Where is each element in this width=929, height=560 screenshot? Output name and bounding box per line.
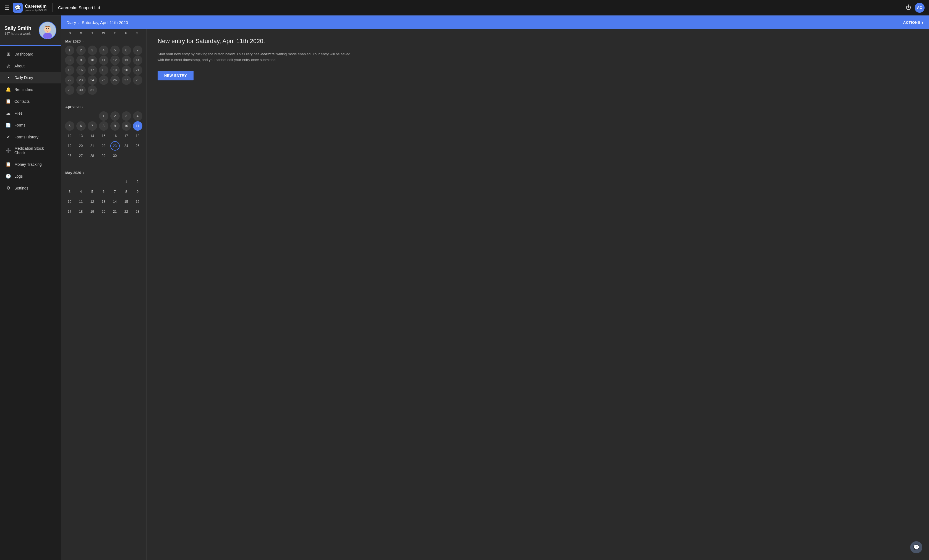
calendar-day[interactable]: 18 — [76, 207, 86, 216]
sidebar-item-about[interactable]: ◎ About — [0, 60, 61, 72]
calendar-day[interactable]: 19 — [87, 207, 97, 216]
calendar-day[interactable]: 15 — [99, 131, 108, 141]
calendar-day[interactable]: 5 — [87, 187, 97, 196]
calendar-day[interactable]: 26 — [110, 75, 120, 85]
calendar-day[interactable]: 14 — [133, 55, 143, 65]
calendar-day[interactable]: 3 — [122, 111, 131, 121]
calendar-day[interactable]: 18 — [99, 66, 108, 75]
calendar-day[interactable]: 28 — [87, 151, 97, 161]
calendar-day[interactable]: 1 — [122, 177, 131, 187]
sidebar-item-money[interactable]: 📋 Money Tracking — [0, 158, 61, 170]
calendar-day[interactable]: 17 — [87, 66, 97, 75]
calendar-day[interactable]: 3 — [87, 46, 97, 55]
calendar-day[interactable]: 2 — [110, 111, 120, 121]
calendar-day[interactable]: 30 — [110, 151, 120, 161]
calendar-day[interactable]: 27 — [122, 75, 131, 85]
calendar-day[interactable]: 15 — [65, 66, 74, 75]
sidebar-item-reminders[interactable]: 🔔 Reminders — [0, 83, 61, 95]
hamburger-icon[interactable]: ☰ — [5, 5, 9, 11]
calendar-day[interactable]: 13 — [76, 131, 86, 141]
month-arrow-icon[interactable]: › — [83, 40, 83, 43]
calendar-day[interactable]: 17 — [122, 131, 131, 141]
month-arrow-icon[interactable]: › — [83, 171, 84, 175]
calendar-day[interactable]: 1 — [65, 46, 74, 55]
calendar-day[interactable]: 11 — [76, 197, 86, 207]
calendar-day[interactable]: 19 — [110, 66, 120, 75]
calendar-day[interactable]: 20 — [99, 207, 108, 216]
calendar-day[interactable]: 4 — [76, 187, 86, 196]
calendar-day[interactable]: 3 — [65, 187, 74, 196]
calendar-day[interactable]: 8 — [99, 121, 108, 131]
calendar-day[interactable]: 30 — [76, 86, 86, 95]
calendar-day[interactable]: 14 — [110, 197, 120, 207]
sidebar-item-logs[interactable]: 🕐 Logs — [0, 170, 61, 182]
sidebar-item-settings[interactable]: ⚙ Settings — [0, 182, 61, 194]
sidebar-item-medication[interactable]: ➕ Medication Stock Check — [0, 143, 61, 158]
calendar-day[interactable]: 14 — [87, 131, 97, 141]
calendar-day[interactable]: 29 — [99, 151, 108, 161]
calendar-day[interactable]: 24 — [122, 141, 131, 151]
sidebar-item-files[interactable]: ☁ Files — [0, 107, 61, 119]
calendar-day[interactable]: 25 — [133, 141, 143, 151]
calendar-day[interactable]: 11 — [133, 121, 143, 131]
month-arrow-icon[interactable]: › — [82, 105, 83, 109]
calendar-day[interactable]: 7 — [110, 187, 120, 196]
calendar-day[interactable]: 6 — [99, 187, 108, 196]
calendar-day[interactable]: 12 — [87, 197, 97, 207]
calendar-day[interactable]: 23 — [110, 141, 120, 151]
calendar-day[interactable]: 10 — [87, 55, 97, 65]
calendar-day[interactable]: 24 — [87, 75, 97, 85]
calendar-day[interactable]: 22 — [122, 207, 131, 216]
calendar-day[interactable]: 12 — [110, 55, 120, 65]
calendar-day[interactable]: 16 — [133, 197, 143, 207]
calendar-day[interactable]: 13 — [99, 197, 108, 207]
calendar-day[interactable]: 1 — [99, 111, 108, 121]
sidebar-item-forms-history[interactable]: ✔ Forms History — [0, 131, 61, 143]
calendar-day[interactable]: 23 — [76, 75, 86, 85]
calendar-day[interactable]: 21 — [87, 141, 97, 151]
calendar-day[interactable]: 18 — [133, 131, 143, 141]
calendar-day[interactable]: 21 — [110, 207, 120, 216]
sidebar-item-contacts[interactable]: 📋 Contacts — [0, 95, 61, 107]
calendar-day[interactable]: 20 — [76, 141, 86, 151]
calendar-day[interactable]: 12 — [65, 131, 74, 141]
calendar-day[interactable]: 11 — [99, 55, 108, 65]
calendar-day[interactable]: 2 — [76, 46, 86, 55]
calendar-day[interactable]: 15 — [122, 197, 131, 207]
calendar-day[interactable]: 10 — [65, 197, 74, 207]
calendar-day[interactable]: 27 — [76, 151, 86, 161]
calendar-day[interactable]: 7 — [133, 46, 143, 55]
sidebar-item-daily-diary[interactable]: ▪ Daily Diary — [0, 72, 61, 83]
new-entry-button[interactable]: NEW ENTRY — [158, 71, 193, 80]
breadcrumb-diary[interactable]: Diary — [66, 20, 76, 25]
calendar-day[interactable]: 7 — [87, 121, 97, 131]
calendar-day[interactable]: 19 — [65, 141, 74, 151]
calendar-day[interactable]: 21 — [133, 66, 143, 75]
calendar-day[interactable]: 22 — [99, 141, 108, 151]
calendar-day[interactable]: 29 — [65, 86, 74, 95]
sidebar-item-forms[interactable]: 📄 Forms — [0, 119, 61, 131]
calendar-day[interactable]: 20 — [122, 66, 131, 75]
calendar-day[interactable]: 16 — [76, 66, 86, 75]
calendar-day[interactable]: 31 — [87, 86, 97, 95]
sidebar-item-dashboard[interactable]: ⊞ Dashboard — [0, 48, 61, 60]
calendar-day[interactable]: 4 — [133, 111, 143, 121]
calendar-day[interactable]: 10 — [122, 121, 131, 131]
calendar-day[interactable]: 16 — [110, 131, 120, 141]
calendar-day[interactable]: 23 — [133, 207, 143, 216]
calendar-day[interactable]: 26 — [65, 151, 74, 161]
calendar-day[interactable]: 2 — [133, 177, 143, 187]
calendar-day[interactable]: 17 — [65, 207, 74, 216]
calendar-day[interactable]: 22 — [65, 75, 74, 85]
chat-bubble-button[interactable]: 💬 — [910, 541, 922, 553]
power-icon[interactable]: ⏻ — [906, 5, 911, 11]
calendar-day[interactable]: 6 — [76, 121, 86, 131]
actions-button[interactable]: ACTIONS ▾ — [903, 20, 924, 24]
calendar-day[interactable]: 6 — [122, 46, 131, 55]
user-avatar[interactable]: AC — [915, 3, 924, 13]
calendar-day[interactable]: 25 — [99, 75, 108, 85]
calendar-day[interactable]: 5 — [65, 121, 74, 131]
calendar-day[interactable]: 13 — [122, 55, 131, 65]
calendar-day[interactable]: 5 — [110, 46, 120, 55]
calendar-day[interactable]: 8 — [65, 55, 74, 65]
